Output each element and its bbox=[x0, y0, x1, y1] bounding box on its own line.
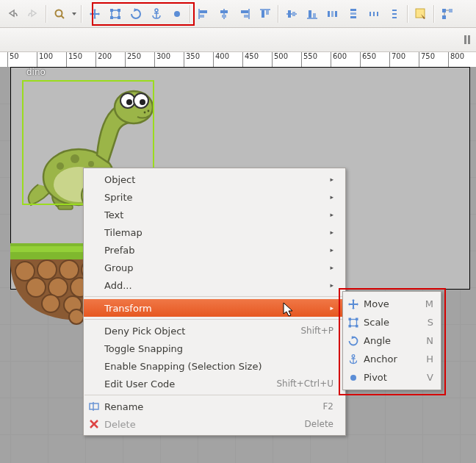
angle-tool-button[interactable] bbox=[126, 4, 145, 24]
context-menu: Object▸Sprite▸Text▸Tilemap▸Prefab▸Group▸… bbox=[83, 168, 346, 436]
redo-button[interactable] bbox=[24, 4, 43, 24]
menu-item-object[interactable]: Object▸ bbox=[84, 171, 345, 188]
ruler-tick: 600 bbox=[331, 52, 347, 67]
submenu-item-scale[interactable]: ScaleS bbox=[343, 313, 441, 331]
menu-separator bbox=[84, 296, 345, 297]
ruler-tick: 500 bbox=[272, 52, 288, 67]
menu-item-sprite[interactable]: Sprite▸ bbox=[84, 188, 345, 206]
svg-rect-41 bbox=[416, 9, 425, 18]
svg-rect-39 bbox=[392, 13, 397, 15]
menu-item-label: Sprite bbox=[104, 192, 133, 203]
svg-rect-29 bbox=[328, 11, 330, 17]
menu-item-tilemap[interactable]: Tilemap▸ bbox=[84, 223, 345, 241]
menu-item-text[interactable]: Text▸ bbox=[84, 206, 345, 223]
dist-equal-h-button[interactable] bbox=[364, 4, 383, 24]
ruler-tick: 100 bbox=[37, 52, 53, 67]
dist-h-button[interactable] bbox=[323, 4, 342, 24]
ruler-tick: 150 bbox=[66, 52, 82, 67]
dist-v-button[interactable] bbox=[344, 4, 363, 24]
svg-rect-44 bbox=[449, 9, 452, 12]
move-tool-button[interactable] bbox=[85, 4, 104, 24]
svg-rect-31 bbox=[335, 11, 337, 17]
menu-item-group[interactable]: Group▸ bbox=[84, 259, 345, 276]
svg-rect-16 bbox=[222, 15, 226, 18]
align-left-button[interactable] bbox=[194, 4, 213, 24]
zoom-dropdown[interactable] bbox=[71, 4, 78, 24]
submenu-shortcut: M bbox=[425, 298, 433, 309]
menu-item-label: Add... bbox=[104, 280, 132, 291]
submenu-item-pivot[interactable]: PivotV bbox=[343, 368, 441, 387]
svg-rect-35 bbox=[369, 12, 371, 16]
zoom-button[interactable] bbox=[50, 4, 69, 24]
menu-item-prefab[interactable]: Prefab▸ bbox=[84, 241, 345, 259]
svg-rect-12 bbox=[200, 10, 207, 13]
ruler-tick: 800 bbox=[448, 52, 464, 67]
submenu-item-anchor[interactable]: AnchorH bbox=[343, 350, 441, 368]
svg-rect-42 bbox=[442, 9, 446, 12]
svg-rect-68 bbox=[58, 205, 73, 209]
svg-point-53 bbox=[60, 260, 79, 279]
menu-item-deny-pick-object[interactable]: Deny Pick ObjectShift+P bbox=[84, 322, 345, 340]
align-center-h-button[interactable] bbox=[214, 4, 234, 24]
svg-rect-47 bbox=[464, 35, 466, 44]
submenu-arrow-icon: ▸ bbox=[330, 211, 333, 218]
submenu-label: Pivot bbox=[364, 372, 387, 383]
menu-item-add[interactable]: Add...▸ bbox=[84, 276, 345, 294]
properties-bar bbox=[0, 28, 476, 52]
submenu-item-angle[interactable]: AngleN bbox=[343, 331, 441, 350]
menu-item-toggle-snapping[interactable]: Toggle Snapping bbox=[84, 340, 345, 357]
ruler-tick: 200 bbox=[95, 52, 112, 67]
svg-rect-89 bbox=[356, 318, 358, 321]
svg-point-57 bbox=[26, 278, 46, 297]
svg-rect-6 bbox=[118, 16, 120, 19]
align-right-button[interactable] bbox=[235, 4, 254, 24]
svg-rect-88 bbox=[349, 318, 352, 321]
svg-point-10 bbox=[174, 11, 180, 17]
svg-rect-21 bbox=[262, 10, 264, 18]
submenu-item-move[interactable]: MoveM bbox=[343, 295, 441, 313]
rename-icon bbox=[88, 401, 100, 412]
svg-rect-13 bbox=[200, 15, 204, 18]
scale-tool-button[interactable] bbox=[106, 4, 125, 24]
svg-point-52 bbox=[37, 260, 57, 279]
svg-rect-40 bbox=[392, 17, 397, 18]
menu-item-label: Prefab bbox=[104, 245, 134, 256]
ruler-tick: 650 bbox=[360, 52, 376, 67]
menu-item-transform[interactable]: Transform▸ bbox=[84, 299, 345, 317]
submenu-label: Anchor bbox=[364, 353, 397, 365]
svg-rect-83 bbox=[90, 403, 98, 409]
delete-icon bbox=[88, 418, 100, 430]
menu-item-edit-user-code[interactable]: Edit User CodeShift+Ctrl+U bbox=[84, 375, 345, 392]
menu-shortcut: Shift+P bbox=[300, 326, 333, 336]
menu-item-rename[interactable]: RenameF2 bbox=[84, 398, 345, 415]
menu-item-label: Transform bbox=[104, 303, 152, 314]
menu-item-enable-snapping-selection-size[interactable]: Enable Snapping (Selection Size) bbox=[84, 357, 345, 375]
align-bottom-button[interactable] bbox=[303, 4, 322, 24]
svg-rect-24 bbox=[288, 10, 291, 18]
menu-item-delete[interactable]: DeleteDelete bbox=[84, 415, 345, 433]
menu-separator bbox=[84, 395, 345, 395]
svg-rect-4 bbox=[118, 9, 120, 12]
svg-rect-30 bbox=[331, 11, 333, 17]
menu-item-label: Rename bbox=[104, 401, 143, 412]
submenu-label: Move bbox=[364, 298, 389, 309]
ruler-tick: 400 bbox=[213, 52, 229, 67]
align-middle-button[interactable] bbox=[282, 4, 301, 24]
ruler-tick: 250 bbox=[125, 52, 141, 67]
align-top-button[interactable] bbox=[256, 4, 275, 24]
svg-rect-3 bbox=[110, 9, 113, 12]
dist-equal-v-button[interactable] bbox=[385, 4, 404, 24]
svg-point-66 bbox=[69, 309, 84, 324]
main-toolbar bbox=[0, 0, 476, 28]
svg-rect-36 bbox=[373, 12, 375, 16]
svg-rect-32 bbox=[350, 9, 356, 11]
submenu-shortcut: N bbox=[426, 335, 433, 346]
panel-collapse-icon[interactable] bbox=[463, 32, 472, 48]
outline-tree-button[interactable] bbox=[438, 4, 457, 24]
pivot-tool-button[interactable] bbox=[167, 4, 187, 24]
undo-button[interactable] bbox=[3, 4, 22, 24]
ruler-tick: 50 bbox=[7, 52, 19, 67]
submenu-arrow-icon: ▸ bbox=[330, 281, 333, 289]
edit-sprite-button[interactable] bbox=[411, 4, 430, 24]
anchor-tool-button[interactable] bbox=[147, 4, 166, 24]
